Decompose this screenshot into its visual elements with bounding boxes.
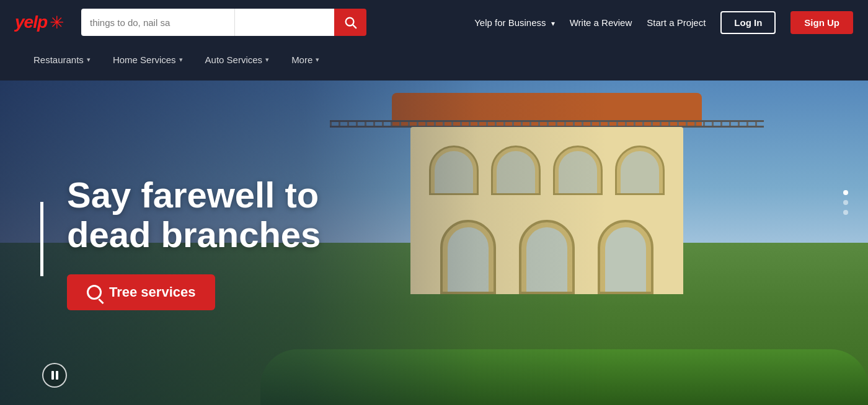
nav-item-auto-services[interactable]: Auto Services ▾ (197, 51, 278, 69)
main-nav: Restaurants ▾ Home Services ▾ Auto Servi… (0, 45, 868, 74)
logo-burst-icon: ✳ (50, 12, 64, 33)
svg-line-1 (353, 25, 356, 28)
nav-label-restaurants: Restaurants (33, 54, 84, 65)
nav-item-more[interactable]: More ▾ (283, 51, 328, 69)
search-where-input[interactable]: Ojai, CA 93023 (235, 9, 334, 36)
slide-dot-1[interactable] (843, 190, 848, 195)
nav-item-restaurants[interactable]: Restaurants ▾ (25, 51, 99, 69)
login-button[interactable]: Log In (720, 11, 776, 34)
search-what-input[interactable] (81, 9, 235, 36)
site-header: yelp ✳ Ojai, CA 93023 Yelp for Business … (0, 0, 868, 81)
chevron-auto-services-icon: ▾ (265, 56, 269, 64)
hero-headline: Say farewell to dead branches (50, 175, 372, 255)
chevron-more-icon: ▾ (316, 56, 319, 64)
nav-item-home-services[interactable]: Home Services ▾ (104, 51, 192, 69)
write-review-link[interactable]: Write a Review (570, 17, 632, 28)
search-icon (343, 15, 357, 29)
nav-label-home-services: Home Services (113, 54, 176, 65)
nav-label-auto-services: Auto Services (205, 54, 263, 65)
chevron-down-icon: ▾ (551, 19, 555, 28)
logo-text: yelp (15, 12, 47, 32)
tree-services-button[interactable]: Tree services (67, 274, 215, 310)
search-icon (87, 285, 102, 300)
logo[interactable]: yelp ✳ (15, 12, 64, 33)
slide-dot-3[interactable] (843, 210, 848, 215)
yelp-for-business-link[interactable]: Yelp for Business ▾ (474, 17, 555, 28)
pause-icon (51, 371, 58, 380)
hero-content: Say farewell to dead branches Tree servi… (0, 81, 868, 405)
hero-accent-bar (40, 202, 43, 276)
chevron-home-services-icon: ▾ (179, 56, 183, 64)
search-bar: Ojai, CA 93023 (81, 9, 366, 36)
header-actions: Yelp for Business ▾ Write a Review Start… (474, 11, 853, 34)
search-button[interactable] (334, 9, 366, 36)
start-project-link[interactable]: Start a Project (647, 17, 706, 28)
header-top-bar: yelp ✳ Ojai, CA 93023 Yelp for Business … (0, 0, 868, 45)
tree-services-label: Tree services (109, 284, 195, 300)
chevron-restaurants-icon: ▾ (87, 56, 91, 64)
nav-label-more: More (291, 54, 312, 65)
signup-button[interactable]: Sign Up (790, 11, 853, 34)
pause-button[interactable] (42, 363, 67, 388)
slide-dot-2[interactable] (843, 200, 848, 205)
slide-indicators (843, 190, 848, 215)
